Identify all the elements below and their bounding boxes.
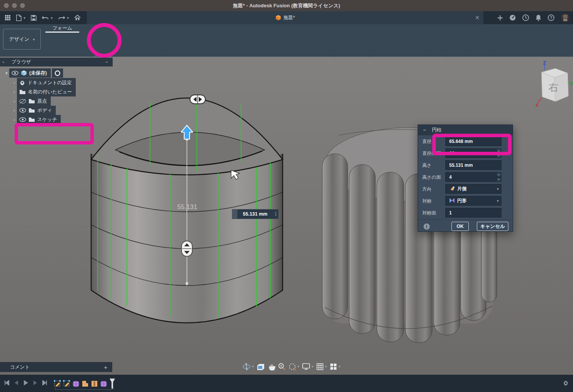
app-toolbar: 無題* ✕ ? <box>0 11 573 24</box>
app-grid-icon[interactable] <box>5 15 11 21</box>
home-icon[interactable] <box>74 15 81 21</box>
height-faces-row: 高さの面 4 ▲▼ <box>418 172 513 182</box>
axis-x-label: X <box>535 102 539 107</box>
orbit-icon[interactable] <box>242 363 254 370</box>
redo-icon[interactable] <box>58 15 69 20</box>
add-comment-button[interactable]: + <box>104 364 107 370</box>
fit-icon[interactable] <box>288 363 299 370</box>
timeline-stitch-item[interactable] <box>91 380 98 387</box>
look-at-icon[interactable] <box>257 363 265 370</box>
viewcube[interactable]: 右 Z Y X <box>530 60 573 107</box>
document-root-icon <box>21 70 27 76</box>
job-status-icon[interactable] <box>522 14 529 21</box>
collapse-chevron-icon[interactable]: › <box>12 99 17 103</box>
ok-button[interactable]: OK <box>451 222 469 231</box>
notifications-icon[interactable] <box>535 14 541 21</box>
timeline-step-forward-icon[interactable] <box>33 380 38 385</box>
timeline-step-back-icon[interactable] <box>14 380 18 385</box>
window-title: 無題* - Autodesk Fusion (教育機関ライセンス) <box>0 2 573 9</box>
browser-item-doc-settings[interactable]: › ドキュメントの設定 <box>12 78 76 87</box>
pan-icon[interactable] <box>268 363 275 370</box>
collapse-chevron-icon[interactable]: › <box>12 80 17 85</box>
timeline-go-to-end-icon[interactable] <box>42 380 48 385</box>
fusion-window: 無題* - Autodesk Fusion (教育機関ライセンス) <box>0 0 573 392</box>
dialog-collapse-icon[interactable]: − <box>423 128 426 133</box>
collapse-chevron-icon[interactable]: › <box>12 117 17 122</box>
symmetry-dropdown[interactable]: 円形 ▾ <box>445 196 501 206</box>
height-stepper[interactable] <box>182 241 192 256</box>
timeline-sketch-item[interactable] <box>63 380 70 387</box>
document-cube-icon <box>275 15 281 21</box>
extensions-icon[interactable] <box>509 14 516 21</box>
cancel-button[interactable]: キャンセル <box>477 222 508 231</box>
viewport-canvas[interactable]: 55.131 55.131 mm ••• <box>0 57 573 375</box>
symmetry-faces-input[interactable]: 1 <box>445 208 501 218</box>
viewports-icon[interactable] <box>330 363 340 370</box>
form-context-tab[interactable]: フォーム <box>45 25 79 32</box>
save-icon[interactable] <box>31 15 37 21</box>
help-icon[interactable]: ? <box>548 14 555 21</box>
height-faces-input[interactable]: 4 ▲▼ <box>445 172 501 182</box>
folder-icon <box>28 98 35 104</box>
browser-title: ブラウザ <box>12 59 31 65</box>
new-tab-button[interactable] <box>497 15 503 21</box>
comments-panel[interactable]: コメント + <box>0 362 112 372</box>
height-dimension-input[interactable]: 55.131 mm ••• <box>232 209 279 219</box>
navigation-bar <box>239 361 343 372</box>
browser-minimize-icon[interactable]: − <box>105 60 108 65</box>
dropdown-caret-icon: ▾ <box>497 199 499 203</box>
collapse-chevron-icon[interactable]: › <box>12 108 17 113</box>
timeline-form-item[interactable] <box>100 380 107 387</box>
folder-icon <box>19 89 26 95</box>
browser-collapse-icon[interactable]: « <box>2 60 5 64</box>
annotation-circle-create <box>87 23 122 58</box>
timeline-bar <box>0 375 573 392</box>
timeline-face-item[interactable] <box>82 380 89 387</box>
collapse-chevron-icon[interactable]: › <box>12 90 17 94</box>
document-tab[interactable]: 無題* ✕ <box>87 11 483 24</box>
timeline-form-item[interactable] <box>72 380 80 387</box>
user-avatar[interactable] <box>561 13 570 22</box>
height-input[interactable]: 55.131 mm <box>445 160 501 170</box>
axis-z-label: Z <box>543 60 546 66</box>
height-dim-text: 55.131 <box>177 203 197 211</box>
tab-close-icon[interactable]: ✕ <box>475 15 480 21</box>
browser-item-origin[interactable]: › 原点 <box>12 96 51 106</box>
diameter-manipulator[interactable] <box>190 95 205 104</box>
browser-item-bodies[interactable]: › ボディ <box>12 106 56 115</box>
document-tab-label: 無題* <box>283 15 295 21</box>
workspace-selector[interactable]: デザイン <box>3 29 41 50</box>
undo-icon[interactable] <box>42 15 53 20</box>
grid-settings-icon[interactable] <box>316 363 327 370</box>
visibility-off-eye-icon[interactable] <box>19 99 26 104</box>
visibility-eye-icon[interactable] <box>12 71 18 75</box>
viewcube-front-face-label: 右 <box>548 81 558 93</box>
dim-input-menu-icon[interactable]: ••• <box>273 212 278 216</box>
display-settings-icon[interactable] <box>302 363 313 370</box>
file-menu-icon[interactable] <box>16 15 25 21</box>
expand-chevron-icon[interactable]: ▾ <box>4 71 9 76</box>
timeline-go-to-start-icon[interactable] <box>4 380 9 385</box>
activate-radio[interactable] <box>52 68 63 78</box>
settings-gear-icon[interactable] <box>563 380 570 387</box>
circular-symmetry-icon <box>449 198 455 204</box>
zoom-icon[interactable] <box>278 363 286 370</box>
visibility-eye-icon[interactable] <box>19 108 26 113</box>
timeline-sketch-item[interactable] <box>54 380 61 387</box>
browser-root-label: (未保存) <box>29 70 47 76</box>
height-faces-spinner[interactable]: ▲▼ <box>496 172 501 182</box>
svg-text:?: ? <box>550 15 553 20</box>
browser-item-named-views[interactable]: › 名前の付いたビュー <box>12 87 76 96</box>
browser-root-row[interactable]: ▾ (未保存) <box>4 68 63 78</box>
timeline-play-icon[interactable] <box>23 380 28 386</box>
symmetry-faces-row: 対称面 1 <box>418 208 513 218</box>
annotation-rect-symmetry <box>432 134 511 155</box>
direction-dropdown[interactable]: 片側 ▾ <box>445 184 501 194</box>
dim-input-drag-handle[interactable] <box>232 209 237 219</box>
form-tab-underline <box>45 32 79 33</box>
direction-row: 方向 片側 ▾ <box>418 184 513 194</box>
visibility-eye-icon[interactable] <box>19 117 26 122</box>
info-icon[interactable]: i <box>423 223 430 230</box>
symmetry-row: 対称 円形 ▾ <box>418 196 513 206</box>
dialog-title: 円柱 <box>432 127 441 133</box>
